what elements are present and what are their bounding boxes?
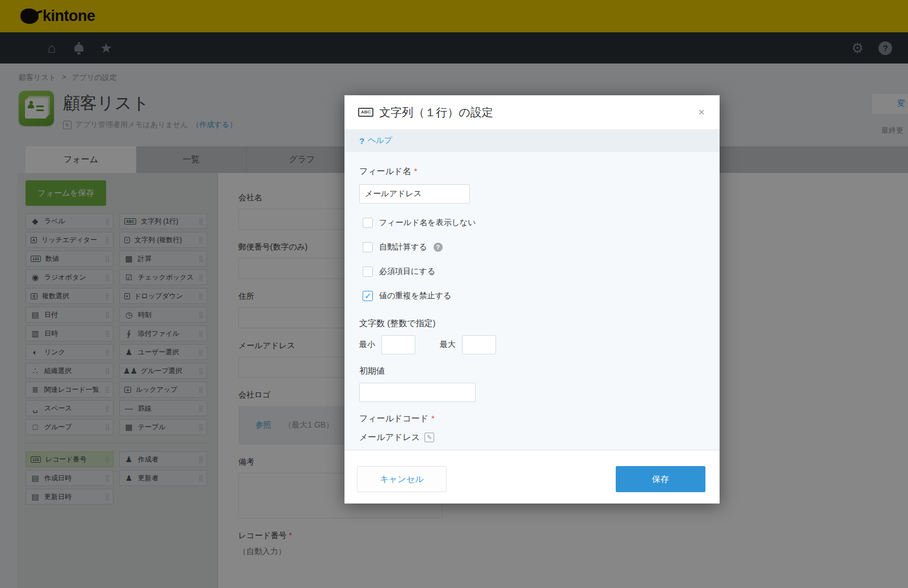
max-length-input[interactable] (462, 335, 496, 354)
save-button[interactable]: 保存 (616, 466, 705, 492)
edit-field-code-icon[interactable]: ✎ (424, 433, 434, 442)
field-name-label: フィールド名* (359, 166, 705, 177)
checkbox-label: 必須項目にする (379, 266, 435, 277)
min-max-row: 最小 最大 (359, 335, 705, 354)
field-settings-dialog: ABC 文字列（１行）の設定 × ? ヘルプ フィールド名* フィールド名を表示… (344, 95, 720, 504)
checkbox[interactable] (363, 266, 373, 277)
checkbox[interactable] (363, 291, 373, 301)
help-link[interactable]: ? ヘルプ (359, 136, 392, 146)
dialog-header: ABC 文字列（１行）の設定 × (344, 95, 720, 129)
checkbox-row: フィールド名を表示しない ? (359, 218, 705, 228)
field-code-value: メールアドレス (359, 432, 420, 443)
question-mark-icon: ? (359, 136, 364, 146)
min-label: 最小 (359, 340, 375, 350)
close-icon[interactable]: × (693, 104, 709, 120)
checkbox[interactable] (363, 218, 373, 228)
checkbox-row: 必須項目にする ? (359, 266, 705, 277)
dialog-footer: キャンセル 保存 (344, 450, 720, 504)
checkbox-row: 自動計算する ? (359, 242, 705, 252)
checkbox-row: 値の重複を禁止する ? (359, 291, 705, 301)
checkbox[interactable] (363, 242, 373, 252)
char-length-label: 文字数 (整数で指定) (359, 318, 705, 329)
default-value-input[interactable] (359, 383, 476, 402)
field-code-row: メールアドレス ✎ (359, 432, 705, 443)
checkbox-label: 値の重複を禁止する (379, 291, 451, 301)
dialog-title: 文字列（１行）の設定 (379, 105, 493, 120)
option-checkbox-list: フィールド名を表示しない ? 自動計算する ? 必須項目にする ? 値の重複を禁… (359, 218, 705, 301)
help-tooltip-icon[interactable]: ? (434, 243, 443, 252)
dialog-body: フィールド名* フィールド名を表示しない ? 自動計算する ? 必須項目にする … (344, 152, 720, 450)
required-mark: * (431, 413, 435, 423)
min-length-input[interactable] (381, 335, 415, 354)
field-code-label: フィールドコード* (359, 413, 705, 425)
max-label: 最大 (440, 340, 456, 350)
required-mark: * (414, 166, 417, 176)
default-value-label: 初期値 (359, 366, 705, 377)
checkbox-label: フィールド名を表示しない (379, 218, 476, 228)
single-line-text-icon: ABC (358, 108, 373, 117)
cancel-button[interactable]: キャンセル (357, 466, 447, 492)
checkbox-label: 自動計算する (379, 242, 427, 252)
field-name-input[interactable] (359, 184, 470, 204)
dialog-help-bar: ? ヘルプ (344, 129, 720, 152)
